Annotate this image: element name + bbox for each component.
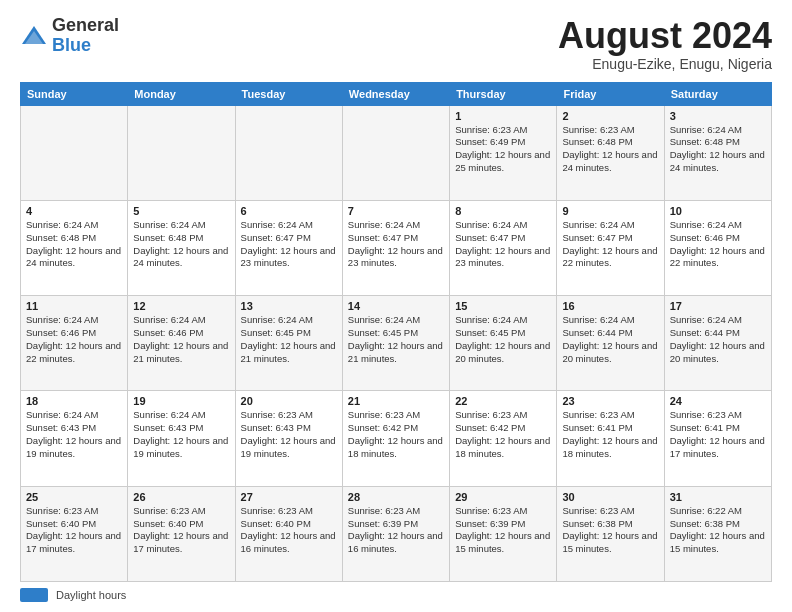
- calendar-cell: [342, 105, 449, 200]
- calendar-table: Sunday Monday Tuesday Wednesday Thursday…: [20, 82, 772, 582]
- col-tuesday: Tuesday: [235, 82, 342, 105]
- col-wednesday: Wednesday: [342, 82, 449, 105]
- day-number: 25: [26, 491, 122, 503]
- day-info: Sunrise: 6:24 AM Sunset: 6:43 PM Dayligh…: [133, 409, 229, 460]
- day-number: 29: [455, 491, 551, 503]
- day-number: 19: [133, 395, 229, 407]
- calendar-cell: 30Sunrise: 6:23 AM Sunset: 6:38 PM Dayli…: [557, 486, 664, 581]
- day-info: Sunrise: 6:23 AM Sunset: 6:48 PM Dayligh…: [562, 124, 658, 175]
- location: Enugu-Ezike, Enugu, Nigeria: [558, 56, 772, 72]
- calendar-cell: 5Sunrise: 6:24 AM Sunset: 6:48 PM Daylig…: [128, 200, 235, 295]
- calendar-cell: 9Sunrise: 6:24 AM Sunset: 6:47 PM Daylig…: [557, 200, 664, 295]
- calendar-cell: 18Sunrise: 6:24 AM Sunset: 6:43 PM Dayli…: [21, 391, 128, 486]
- day-number: 18: [26, 395, 122, 407]
- calendar-cell: 15Sunrise: 6:24 AM Sunset: 6:45 PM Dayli…: [450, 296, 557, 391]
- title-block: August 2024 Enugu-Ezike, Enugu, Nigeria: [558, 16, 772, 72]
- calendar-cell: 31Sunrise: 6:22 AM Sunset: 6:38 PM Dayli…: [664, 486, 771, 581]
- day-info: Sunrise: 6:24 AM Sunset: 6:47 PM Dayligh…: [241, 219, 337, 270]
- daylight-swatch: [20, 588, 48, 602]
- header: General Blue August 2024 Enugu-Ezike, En…: [20, 16, 772, 72]
- page: General Blue August 2024 Enugu-Ezike, En…: [0, 0, 792, 612]
- day-info: Sunrise: 6:24 AM Sunset: 6:45 PM Dayligh…: [241, 314, 337, 365]
- calendar-cell: 24Sunrise: 6:23 AM Sunset: 6:41 PM Dayli…: [664, 391, 771, 486]
- day-info: Sunrise: 6:23 AM Sunset: 6:42 PM Dayligh…: [455, 409, 551, 460]
- day-number: 9: [562, 205, 658, 217]
- day-info: Sunrise: 6:23 AM Sunset: 6:40 PM Dayligh…: [241, 505, 337, 556]
- day-number: 26: [133, 491, 229, 503]
- day-number: 3: [670, 110, 766, 122]
- day-number: 30: [562, 491, 658, 503]
- day-info: Sunrise: 6:24 AM Sunset: 6:46 PM Dayligh…: [133, 314, 229, 365]
- footer-label: Daylight hours: [56, 589, 126, 601]
- calendar-cell: 4Sunrise: 6:24 AM Sunset: 6:48 PM Daylig…: [21, 200, 128, 295]
- day-info: Sunrise: 6:24 AM Sunset: 6:48 PM Dayligh…: [670, 124, 766, 175]
- calendar-cell: [21, 105, 128, 200]
- calendar-week-2: 4Sunrise: 6:24 AM Sunset: 6:48 PM Daylig…: [21, 200, 772, 295]
- day-info: Sunrise: 6:23 AM Sunset: 6:39 PM Dayligh…: [455, 505, 551, 556]
- calendar-week-3: 11Sunrise: 6:24 AM Sunset: 6:46 PM Dayli…: [21, 296, 772, 391]
- day-number: 12: [133, 300, 229, 312]
- col-sunday: Sunday: [21, 82, 128, 105]
- day-info: Sunrise: 6:23 AM Sunset: 6:41 PM Dayligh…: [562, 409, 658, 460]
- calendar-cell: 23Sunrise: 6:23 AM Sunset: 6:41 PM Dayli…: [557, 391, 664, 486]
- footer: Daylight hours: [20, 588, 772, 602]
- calendar-cell: 29Sunrise: 6:23 AM Sunset: 6:39 PM Dayli…: [450, 486, 557, 581]
- logo-blue: Blue: [52, 35, 91, 55]
- day-number: 14: [348, 300, 444, 312]
- day-number: 23: [562, 395, 658, 407]
- day-number: 15: [455, 300, 551, 312]
- calendar-week-1: 1Sunrise: 6:23 AM Sunset: 6:49 PM Daylig…: [21, 105, 772, 200]
- col-friday: Friday: [557, 82, 664, 105]
- day-number: 22: [455, 395, 551, 407]
- day-info: Sunrise: 6:23 AM Sunset: 6:41 PM Dayligh…: [670, 409, 766, 460]
- day-number: 31: [670, 491, 766, 503]
- day-number: 13: [241, 300, 337, 312]
- calendar-cell: 26Sunrise: 6:23 AM Sunset: 6:40 PM Dayli…: [128, 486, 235, 581]
- day-info: Sunrise: 6:23 AM Sunset: 6:38 PM Dayligh…: [562, 505, 658, 556]
- day-info: Sunrise: 6:23 AM Sunset: 6:40 PM Dayligh…: [133, 505, 229, 556]
- day-info: Sunrise: 6:23 AM Sunset: 6:42 PM Dayligh…: [348, 409, 444, 460]
- day-number: 8: [455, 205, 551, 217]
- day-number: 2: [562, 110, 658, 122]
- day-number: 17: [670, 300, 766, 312]
- day-info: Sunrise: 6:24 AM Sunset: 6:43 PM Dayligh…: [26, 409, 122, 460]
- day-info: Sunrise: 6:24 AM Sunset: 6:47 PM Dayligh…: [562, 219, 658, 270]
- day-number: 5: [133, 205, 229, 217]
- calendar-cell: 27Sunrise: 6:23 AM Sunset: 6:40 PM Dayli…: [235, 486, 342, 581]
- day-info: Sunrise: 6:24 AM Sunset: 6:48 PM Dayligh…: [26, 219, 122, 270]
- calendar-cell: 3Sunrise: 6:24 AM Sunset: 6:48 PM Daylig…: [664, 105, 771, 200]
- day-info: Sunrise: 6:24 AM Sunset: 6:45 PM Dayligh…: [348, 314, 444, 365]
- calendar-cell: 22Sunrise: 6:23 AM Sunset: 6:42 PM Dayli…: [450, 391, 557, 486]
- day-info: Sunrise: 6:23 AM Sunset: 6:49 PM Dayligh…: [455, 124, 551, 175]
- day-number: 28: [348, 491, 444, 503]
- day-info: Sunrise: 6:23 AM Sunset: 6:40 PM Dayligh…: [26, 505, 122, 556]
- calendar-cell: 14Sunrise: 6:24 AM Sunset: 6:45 PM Dayli…: [342, 296, 449, 391]
- calendar-cell: 19Sunrise: 6:24 AM Sunset: 6:43 PM Dayli…: [128, 391, 235, 486]
- day-number: 4: [26, 205, 122, 217]
- calendar-cell: 7Sunrise: 6:24 AM Sunset: 6:47 PM Daylig…: [342, 200, 449, 295]
- calendar-cell: 2Sunrise: 6:23 AM Sunset: 6:48 PM Daylig…: [557, 105, 664, 200]
- day-info: Sunrise: 6:24 AM Sunset: 6:47 PM Dayligh…: [348, 219, 444, 270]
- day-number: 6: [241, 205, 337, 217]
- day-number: 1: [455, 110, 551, 122]
- day-info: Sunrise: 6:24 AM Sunset: 6:44 PM Dayligh…: [562, 314, 658, 365]
- day-number: 10: [670, 205, 766, 217]
- calendar-cell: 8Sunrise: 6:24 AM Sunset: 6:47 PM Daylig…: [450, 200, 557, 295]
- logo-text: General Blue: [52, 16, 119, 56]
- calendar-week-5: 25Sunrise: 6:23 AM Sunset: 6:40 PM Dayli…: [21, 486, 772, 581]
- logo-general: General: [52, 15, 119, 35]
- col-saturday: Saturday: [664, 82, 771, 105]
- day-info: Sunrise: 6:24 AM Sunset: 6:45 PM Dayligh…: [455, 314, 551, 365]
- day-number: 24: [670, 395, 766, 407]
- day-number: 11: [26, 300, 122, 312]
- day-info: Sunrise: 6:24 AM Sunset: 6:46 PM Dayligh…: [670, 219, 766, 270]
- month-year: August 2024: [558, 16, 772, 56]
- day-number: 21: [348, 395, 444, 407]
- day-number: 20: [241, 395, 337, 407]
- logo: General Blue: [20, 16, 119, 56]
- day-info: Sunrise: 6:24 AM Sunset: 6:48 PM Dayligh…: [133, 219, 229, 270]
- calendar-cell: 28Sunrise: 6:23 AM Sunset: 6:39 PM Dayli…: [342, 486, 449, 581]
- day-info: Sunrise: 6:23 AM Sunset: 6:43 PM Dayligh…: [241, 409, 337, 460]
- calendar-cell: [235, 105, 342, 200]
- calendar-cell: 17Sunrise: 6:24 AM Sunset: 6:44 PM Dayli…: [664, 296, 771, 391]
